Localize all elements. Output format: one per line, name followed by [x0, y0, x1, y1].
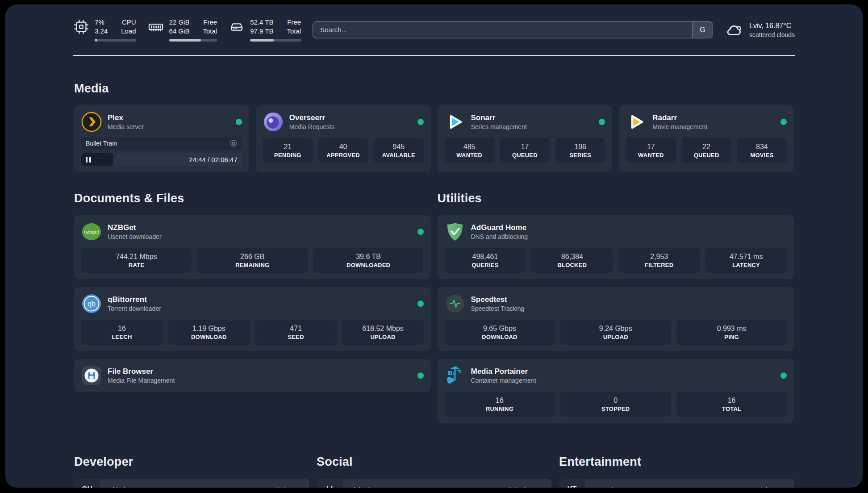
cpu-load-value: 3.24: [95, 27, 108, 36]
ram-free-label: Free: [203, 18, 217, 27]
section-title-entertainment: Entertainment: [559, 455, 794, 469]
stat-box-rate: 744.21 MbpsRATE: [81, 248, 192, 273]
app-description: Media File Management: [108, 376, 412, 384]
ram-total-value: 64 GiB: [169, 27, 190, 36]
adguard-icon: [445, 221, 465, 242]
stat-box-series: 196SERIES: [555, 138, 605, 163]
cpu-stat-widget: 7%3.24 CPULoad: [73, 18, 136, 42]
status-dot: [417, 229, 424, 235]
stat-box-total: 16TOTAL: [676, 392, 787, 417]
app-card-speedtest[interactable]: Speedtest Speedtest Tracking 9.65 GbpsDO…: [438, 287, 794, 351]
stat-box-wanted: 17WANTED: [626, 138, 676, 163]
app-card-overseerr[interactable]: Overseerr Media Requests 21PENDING 40APP…: [256, 105, 431, 172]
ram-total-label: Total: [203, 27, 217, 36]
storage-progress-bar: [250, 39, 301, 42]
speedtest-icon: [445, 293, 465, 314]
status-dot: [780, 372, 787, 379]
storage-total-label: Total: [287, 27, 301, 36]
link-row-youtube[interactable]: YT YouTubeyoutube.com: [559, 479, 794, 488]
app-name: Plex: [108, 113, 230, 123]
portainer-icon: [445, 365, 465, 386]
app-name: Overseerr: [289, 113, 412, 123]
app-card-radarr[interactable]: Radarr Movie management 17WANTED 22QUEUE…: [619, 105, 794, 172]
search-bar: G: [313, 21, 713, 38]
stat-box-running: 16RUNNING: [445, 392, 555, 417]
search-engine-button[interactable]: G: [692, 22, 713, 38]
app-description: Series management: [471, 123, 593, 131]
app-description: DNS and adblocking: [471, 233, 787, 241]
link-row-github[interactable]: GH Githubgithub.com: [74, 479, 309, 488]
stat-box-upload: 9.24 GbpsUPLOAD: [560, 320, 671, 345]
stat-box-blocked: 86,384BLOCKED: [531, 248, 613, 273]
app-name: Media Portainer: [471, 367, 775, 376]
section-title-developer: Developer: [74, 455, 309, 469]
cpu-load-label: Load: [121, 27, 136, 36]
stream-settings-icon[interactable]: [230, 139, 238, 147]
developer-links-section: Developer GH Githubgithub.com SO StackOv…: [74, 455, 309, 488]
app-card-qbittorrent[interactable]: qb qBittorrent Torrent downloader 16LEEC…: [74, 287, 431, 351]
stat-box-remaining: 266 GBREMAINING: [197, 248, 308, 273]
social-links-section: Social LI LinkedInlinkedin.com TW Twitte…: [317, 455, 551, 488]
ram-stat-widget: 22 GiB64 GiB FreeTotal: [148, 18, 217, 42]
section-title-social: Social: [317, 455, 551, 469]
cpu-label: CPU: [121, 18, 136, 27]
app-card-plex[interactable]: Plex Media server Bullet Train 24:44 / 0…: [74, 105, 249, 172]
link-badge: GH: [74, 485, 100, 488]
app-card-sonarr[interactable]: Sonarr Series management 485WANTED 17QUE…: [438, 105, 613, 172]
stat-box-wanted: 485WANTED: [445, 138, 494, 163]
app-description: Media server: [108, 123, 230, 131]
link-name: Github: [108, 486, 127, 488]
svg-text:nzbget: nzbget: [84, 229, 99, 234]
section-title-documents: Documents & Files: [74, 192, 431, 205]
section-title-utilities: Utilities: [438, 192, 794, 205]
search-input[interactable]: [313, 22, 692, 38]
app-card-filebrowser[interactable]: File Browser Media File Management: [74, 359, 431, 392]
app-card-nzbget[interactable]: nzbget NZBGet Usenet downloader 744.21 M…: [74, 215, 431, 279]
app-name: NZBGet: [108, 223, 412, 233]
app-description: Media Requests: [289, 123, 412, 131]
status-dot: [417, 372, 424, 379]
documents-column: Documents & Files nzbget NZBGet Usenet d…: [74, 192, 431, 423]
link-name: YouTube: [593, 486, 619, 488]
stat-box-queued: 22QUEUED: [682, 138, 731, 163]
status-dot: [236, 119, 242, 125]
cpu-icon: [73, 19, 89, 35]
app-card-adguard[interactable]: AdGuard Home DNS and adblocking 498,461Q…: [438, 215, 794, 279]
link-name: LinkedIn: [350, 486, 376, 488]
app-description: Usenet downloader: [108, 233, 412, 241]
status-dot: [417, 301, 424, 307]
app-name: Radarr: [652, 113, 775, 123]
pause-icon[interactable]: [86, 157, 91, 163]
ram-icon: [148, 19, 164, 35]
disk-icon: [229, 19, 245, 35]
filebrowser-icon: [81, 365, 102, 386]
storage-stat-widget: 52.4 TB97.9 TB FreeTotal: [229, 18, 301, 42]
link-url: github.com: [271, 486, 301, 488]
stat-box-filtered: 2,953FILTERED: [618, 248, 700, 273]
sonarr-icon: [445, 112, 465, 132]
weather-condition: scattered clouds: [749, 31, 795, 39]
app-name: qBittorrent: [108, 295, 412, 305]
status-dot: [599, 119, 605, 125]
stat-box-download: 9.65 GbpsDOWNLOAD: [445, 320, 555, 345]
utilities-column: Utilities AdGuard Home: [438, 192, 794, 423]
dashboard-panel: 7%3.24 CPULoad 22 GiB64 GiB FreeTotal: [5, 4, 863, 488]
storage-total-value: 97.9 TB: [250, 27, 273, 36]
app-name: Speedtest: [471, 295, 787, 305]
section-title-media: Media: [74, 82, 794, 96]
storage-free-label: Free: [287, 18, 301, 27]
app-name: Sonarr: [471, 113, 593, 123]
playback-progress-bar[interactable]: 24:44 / 02:06:47: [81, 153, 242, 166]
storage-free-value: 52.4 TB: [250, 18, 273, 27]
now-playing-row: Bullet Train: [81, 137, 242, 150]
app-description: Container management: [471, 376, 775, 384]
cloud-icon: [725, 21, 743, 39]
cpu-percent: 7%: [95, 18, 108, 27]
link-row-linkedin[interactable]: LI LinkedInlinkedin.com: [317, 479, 551, 488]
overseerr-icon: [263, 112, 284, 132]
stat-box-available: 945AVAILABLE: [374, 138, 423, 163]
radarr-icon: [626, 112, 647, 132]
stat-box-seed: 471SEED: [255, 320, 337, 345]
app-card-portainer[interactable]: Media Portainer Container management 16R…: [438, 359, 794, 423]
stat-box-movies: 834MOVIES: [737, 138, 787, 163]
